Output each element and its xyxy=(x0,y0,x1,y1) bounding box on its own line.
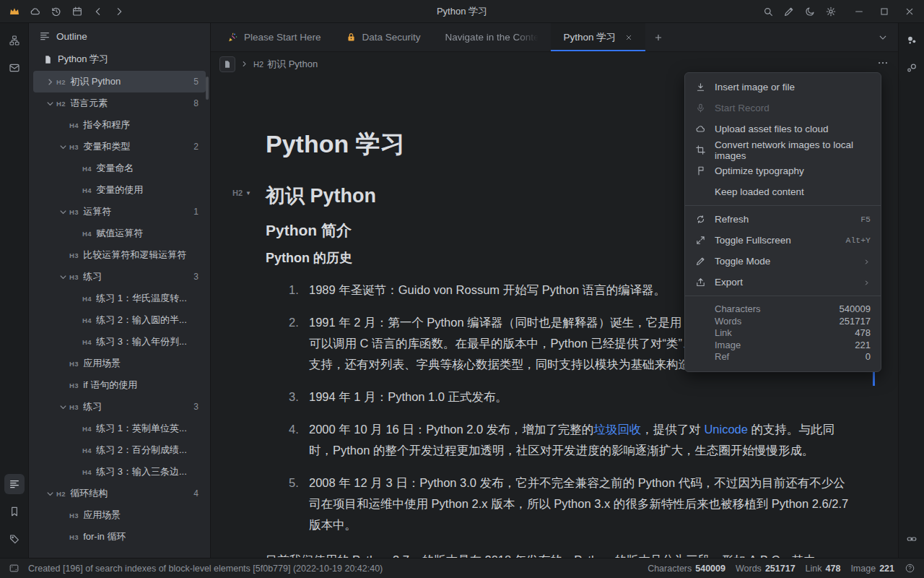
list-item-text[interactable]: 2008 年 12 月 3 日：Python 3.0 发布，它并不完全兼容之前的… xyxy=(309,473,855,535)
daily-note-icon[interactable] xyxy=(71,6,83,17)
edit-mode-icon[interactable] xyxy=(783,6,795,17)
minimize-button[interactable] xyxy=(853,6,865,17)
dock-tag[interactable] xyxy=(4,529,25,549)
outline-item[interactable]: H4练习 2：百分制成绩... xyxy=(33,439,206,461)
heading-level-badge: H2 xyxy=(56,100,66,108)
menu-item-toggle-fullscreen[interactable]: Toggle FullscreenAlt+Y xyxy=(685,230,881,251)
workspace-icon[interactable] xyxy=(9,6,20,17)
chevron-down-icon[interactable] xyxy=(58,272,69,282)
refresh-icon xyxy=(695,214,706,225)
outline-item-label: 练习 3：输入三条边... xyxy=(96,465,187,478)
twisty-spacer xyxy=(58,250,69,261)
heading-level-badge: H4 xyxy=(82,316,92,324)
dock-file-tree[interactable] xyxy=(4,30,25,51)
dock-inbox[interactable] xyxy=(4,58,25,78)
inline-link[interactable]: Unicode xyxy=(704,423,748,436)
sync-cloud-icon[interactable] xyxy=(30,6,41,17)
back-icon[interactable] xyxy=(92,6,104,17)
menu-item-label: Keep loaded content xyxy=(715,186,804,197)
heading-level-badge: H4 xyxy=(82,165,92,173)
text-segment: 1994 年 1 月：Python 1.0 正式发布。 xyxy=(309,390,507,403)
forward-icon[interactable] xyxy=(113,6,125,17)
breadcrumb-doc-button[interactable] xyxy=(219,56,235,72)
menu-item-keep-loaded-content[interactable]: Keep loaded content xyxy=(685,181,881,202)
menu-item-upload-asset-files-to-cloud[interactable]: Upload asset files to cloud xyxy=(685,118,881,139)
tab-python-学习[interactable]: Python 学习 xyxy=(551,23,645,51)
outline-item[interactable]: H3for-in 循环 xyxy=(33,526,206,548)
outline-item[interactable]: H4练习 3：输入年份判... xyxy=(33,331,206,353)
outline-item[interactable]: H2初识 Python5 xyxy=(33,71,206,92)
menu-item-label: Insert image or file xyxy=(715,82,795,92)
outline-item[interactable]: H3练习3 xyxy=(33,396,206,418)
list-item-number: 5. xyxy=(289,473,309,535)
tab-navigate-in-the-conte[interactable]: Navigate in the Conte xyxy=(433,23,552,51)
menu-item-insert-image-or-file[interactable]: Insert image or file xyxy=(685,77,881,98)
outline-item[interactable]: H4指令和程序 xyxy=(33,114,206,136)
dock-link[interactable] xyxy=(902,529,922,549)
outline-item[interactable]: H3if 语句的使用 xyxy=(33,374,206,396)
new-tab-button[interactable] xyxy=(645,23,671,51)
outline-item[interactable]: H4变量的使用 xyxy=(33,179,206,201)
close-button[interactable] xyxy=(904,6,915,17)
status-stat-value: 478 xyxy=(826,564,841,574)
heading-gutter[interactable]: H2▼ xyxy=(232,189,251,197)
breadcrumb-segment[interactable]: 初识 Python xyxy=(267,58,318,71)
outline-item-label: 练习 xyxy=(83,400,102,413)
menu-item-optimize-typography[interactable]: Optimize typography xyxy=(685,160,881,181)
outline-item[interactable]: H4练习 3：输入三条边... xyxy=(33,461,206,483)
dock-bookmark[interactable] xyxy=(4,501,25,522)
outline-item[interactable]: H4练习 1：英制单位英... xyxy=(33,418,206,439)
doc-more-button[interactable] xyxy=(876,56,889,72)
outline-item[interactable]: H3应用场景 xyxy=(33,504,206,526)
chevron-down-icon[interactable] xyxy=(45,98,56,109)
dock-outline[interactable] xyxy=(4,474,25,494)
theme-moon-icon[interactable] xyxy=(804,6,816,17)
help-icon[interactable] xyxy=(905,563,915,574)
tab-close-icon[interactable] xyxy=(624,33,633,42)
search-icon[interactable] xyxy=(762,6,774,17)
outline-item[interactable]: H4变量命名 xyxy=(33,158,206,179)
outline-item[interactable]: H2循环结构4 xyxy=(33,483,206,504)
list-item-text[interactable]: 1994 年 1 月：Python 1.0 正式发布。 xyxy=(309,387,855,407)
settings-gear-icon[interactable] xyxy=(825,6,837,17)
history-icon[interactable] xyxy=(51,6,62,17)
doc-paragraph[interactable]: 目前我们使用的 Python 3.7.x 的版本是在 2018 年发布的，Pyt… xyxy=(266,550,855,558)
chevron-down-icon[interactable] xyxy=(45,488,56,499)
maximize-button[interactable] xyxy=(879,6,890,17)
outline-item[interactable]: H2语言元素8 xyxy=(33,92,206,114)
chevron-down-icon[interactable] xyxy=(58,142,69,152)
tab-list-button[interactable] xyxy=(878,23,898,51)
outline-item[interactable]: H4练习 2：输入圆的半... xyxy=(33,309,206,331)
outline-item[interactable]: H3应用场景 xyxy=(33,353,206,374)
outline-item[interactable]: H3比较运算符和逻辑运算符 xyxy=(33,244,206,266)
menu-item-toggle-mode[interactable]: Toggle Mode xyxy=(685,251,881,272)
outline-item[interactable]: H4练习 1：华氏温度转... xyxy=(33,288,206,309)
outline-item[interactable]: H4赋值运算符 xyxy=(33,223,206,244)
submenu-chevron-icon xyxy=(863,278,871,286)
tab-please-start-here[interactable]: Please Start Here xyxy=(215,23,334,51)
chevron-down-icon[interactable] xyxy=(58,207,69,217)
outline-item-label: 运算符 xyxy=(83,205,111,218)
chevron-right-icon[interactable] xyxy=(45,77,56,87)
menu-item-refresh[interactable]: RefreshF5 xyxy=(685,209,881,230)
heading-level-badge: H4 xyxy=(82,468,92,476)
menu-item-convert-network-images-to-local-images[interactable]: Convert network images to local images xyxy=(685,139,881,160)
outline-item[interactable]: H3练习3 xyxy=(33,266,206,288)
menu-item-export[interactable]: Export xyxy=(685,272,881,293)
outline-panel-header[interactable]: Outline xyxy=(29,23,210,49)
status-stat-value: 221 xyxy=(879,564,894,574)
inline-link[interactable]: 垃圾回收 xyxy=(593,423,641,436)
outline-item[interactable]: H3运算符1 xyxy=(33,201,206,223)
menu-divider xyxy=(685,296,881,296)
stat-value: 0 xyxy=(866,351,871,363)
dock-graph[interactable] xyxy=(902,30,922,51)
tab-data-security[interactable]: Data Security xyxy=(334,23,433,51)
chevron-down-icon[interactable] xyxy=(58,402,69,413)
heading-level-badge: H3 xyxy=(69,273,79,281)
list-item-text[interactable]: 2000 年 10 月 16 日：Python 2.0 发布，增加了完整的垃圾回… xyxy=(309,419,855,461)
outline-doc-row[interactable]: Python 学习 xyxy=(29,49,210,69)
outline-item[interactable]: H3变量和类型2 xyxy=(33,136,206,158)
menu-item-label: Toggle Fullscreen xyxy=(715,235,791,246)
sidebar-scrollbar[interactable] xyxy=(206,77,209,100)
dock-backlinks[interactable] xyxy=(902,58,922,78)
